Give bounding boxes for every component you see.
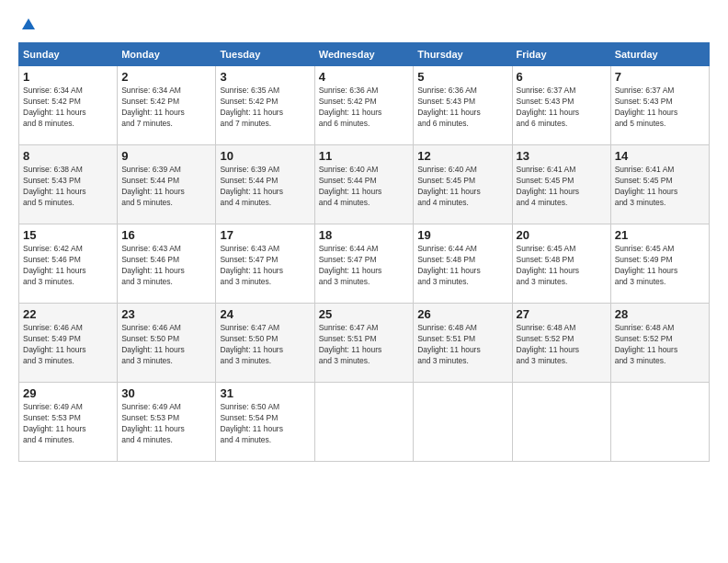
day-info: Sunrise: 6:44 AM Sunset: 5:47 PM Dayligh… (319, 244, 409, 288)
calendar-cell: 7Sunrise: 6:37 AM Sunset: 5:43 PM Daylig… (610, 66, 709, 145)
logo-icon (20, 17, 37, 33)
day-number: 5 (417, 70, 507, 84)
day-info: Sunrise: 6:43 AM Sunset: 5:47 PM Dayligh… (220, 244, 310, 288)
day-number: 10 (220, 149, 310, 163)
day-info: Sunrise: 6:42 AM Sunset: 5:46 PM Dayligh… (23, 244, 113, 288)
header (18, 17, 710, 33)
day-number: 2 (121, 70, 211, 84)
day-info: Sunrise: 6:46 AM Sunset: 5:50 PM Dayligh… (121, 323, 211, 367)
day-number: 8 (23, 149, 113, 163)
calendar-cell: 31Sunrise: 6:50 AM Sunset: 5:54 PM Dayli… (216, 383, 314, 462)
calendar-cell: 10Sunrise: 6:39 AM Sunset: 5:44 PM Dayli… (216, 145, 314, 224)
day-info: Sunrise: 6:39 AM Sunset: 5:44 PM Dayligh… (220, 165, 310, 209)
calendar-cell: 30Sunrise: 6:49 AM Sunset: 5:53 PM Dayli… (118, 383, 216, 462)
day-number: 18 (319, 228, 409, 242)
day-number: 29 (23, 386, 113, 400)
day-number: 31 (220, 386, 310, 400)
calendar-week-row: 15Sunrise: 6:42 AM Sunset: 5:46 PM Dayli… (19, 224, 710, 304)
calendar-cell: 21Sunrise: 6:45 AM Sunset: 5:49 PM Dayli… (610, 224, 709, 304)
day-info: Sunrise: 6:49 AM Sunset: 5:53 PM Dayligh… (121, 402, 211, 446)
day-number: 17 (220, 228, 310, 242)
calendar-week-row: 22Sunrise: 6:46 AM Sunset: 5:49 PM Dayli… (19, 304, 710, 383)
day-number: 25 (319, 307, 409, 321)
day-info: Sunrise: 6:43 AM Sunset: 5:46 PM Dayligh… (121, 244, 211, 288)
day-number: 16 (121, 228, 211, 242)
calendar-week-row: 8Sunrise: 6:38 AM Sunset: 5:43 PM Daylig… (19, 145, 710, 224)
calendar-cell: 28Sunrise: 6:48 AM Sunset: 5:52 PM Dayli… (610, 304, 709, 383)
day-info: Sunrise: 6:34 AM Sunset: 5:42 PM Dayligh… (121, 86, 211, 130)
day-info: Sunrise: 6:45 AM Sunset: 5:48 PM Dayligh… (517, 244, 607, 288)
calendar-cell: 26Sunrise: 6:48 AM Sunset: 5:51 PM Dayli… (414, 304, 512, 383)
day-info: Sunrise: 6:35 AM Sunset: 5:42 PM Dayligh… (220, 86, 310, 130)
calendar-cell: 3Sunrise: 6:35 AM Sunset: 5:42 PM Daylig… (216, 66, 314, 145)
day-info: Sunrise: 6:49 AM Sunset: 5:53 PM Dayligh… (23, 402, 113, 446)
calendar-cell: 16Sunrise: 6:43 AM Sunset: 5:46 PM Dayli… (118, 224, 216, 304)
day-info: Sunrise: 6:48 AM Sunset: 5:52 PM Dayligh… (517, 323, 607, 367)
calendar-cell: 15Sunrise: 6:42 AM Sunset: 5:46 PM Dayli… (19, 224, 118, 304)
calendar-cell: 11Sunrise: 6:40 AM Sunset: 5:44 PM Dayli… (314, 145, 413, 224)
day-info: Sunrise: 6:40 AM Sunset: 5:45 PM Dayligh… (417, 165, 507, 209)
day-info: Sunrise: 6:38 AM Sunset: 5:43 PM Dayligh… (23, 165, 113, 209)
day-number: 28 (615, 307, 705, 321)
day-number: 30 (121, 386, 211, 400)
day-number: 24 (220, 307, 310, 321)
calendar-cell: 19Sunrise: 6:44 AM Sunset: 5:48 PM Dayli… (414, 224, 512, 304)
day-number: 12 (417, 149, 507, 163)
day-number: 14 (615, 149, 705, 163)
day-info: Sunrise: 6:44 AM Sunset: 5:48 PM Dayligh… (417, 244, 507, 288)
calendar-cell: 1Sunrise: 6:34 AM Sunset: 5:42 PM Daylig… (19, 66, 118, 145)
calendar-cell: 25Sunrise: 6:47 AM Sunset: 5:51 PM Dayli… (314, 304, 413, 383)
calendar-cell: 27Sunrise: 6:48 AM Sunset: 5:52 PM Dayli… (512, 304, 610, 383)
calendar-header-wednesday: Wednesday (314, 43, 413, 66)
day-info: Sunrise: 6:40 AM Sunset: 5:44 PM Dayligh… (319, 165, 409, 209)
calendar-cell: 20Sunrise: 6:45 AM Sunset: 5:48 PM Dayli… (512, 224, 610, 304)
calendar-header-tuesday: Tuesday (216, 43, 314, 66)
calendar-cell: 24Sunrise: 6:47 AM Sunset: 5:50 PM Dayli… (216, 304, 314, 383)
calendar-cell: 13Sunrise: 6:41 AM Sunset: 5:45 PM Dayli… (512, 145, 610, 224)
day-number: 27 (517, 307, 607, 321)
day-info: Sunrise: 6:36 AM Sunset: 5:43 PM Dayligh… (417, 86, 507, 130)
page: SundayMondayTuesdayWednesdayThursdayFrid… (0, 0, 728, 563)
day-number: 4 (319, 70, 409, 84)
calendar-cell: 2Sunrise: 6:34 AM Sunset: 5:42 PM Daylig… (118, 66, 216, 145)
day-info: Sunrise: 6:41 AM Sunset: 5:45 PM Dayligh… (517, 165, 607, 209)
day-number: 23 (121, 307, 211, 321)
day-info: Sunrise: 6:46 AM Sunset: 5:49 PM Dayligh… (23, 323, 113, 367)
day-number: 3 (220, 70, 310, 84)
calendar-header-saturday: Saturday (610, 43, 709, 66)
calendar-cell: 14Sunrise: 6:41 AM Sunset: 5:45 PM Dayli… (610, 145, 709, 224)
day-info: Sunrise: 6:47 AM Sunset: 5:51 PM Dayligh… (319, 323, 409, 367)
calendar-cell: 29Sunrise: 6:49 AM Sunset: 5:53 PM Dayli… (19, 383, 118, 462)
calendar-cell: 23Sunrise: 6:46 AM Sunset: 5:50 PM Dayli… (118, 304, 216, 383)
day-number: 11 (319, 149, 409, 163)
calendar-cell: 5Sunrise: 6:36 AM Sunset: 5:43 PM Daylig… (414, 66, 512, 145)
day-number: 6 (517, 70, 607, 84)
calendar-cell: 6Sunrise: 6:37 AM Sunset: 5:43 PM Daylig… (512, 66, 610, 145)
day-info: Sunrise: 6:45 AM Sunset: 5:49 PM Dayligh… (615, 244, 705, 288)
day-info: Sunrise: 6:34 AM Sunset: 5:42 PM Dayligh… (23, 86, 113, 130)
calendar-week-row: 1Sunrise: 6:34 AM Sunset: 5:42 PM Daylig… (19, 66, 710, 145)
day-info: Sunrise: 6:47 AM Sunset: 5:50 PM Dayligh… (220, 323, 310, 367)
calendar-cell: 9Sunrise: 6:39 AM Sunset: 5:44 PM Daylig… (118, 145, 216, 224)
day-number: 13 (517, 149, 607, 163)
day-info: Sunrise: 6:36 AM Sunset: 5:42 PM Dayligh… (319, 86, 409, 130)
day-number: 9 (121, 149, 211, 163)
calendar-table: SundayMondayTuesdayWednesdayThursdayFrid… (18, 42, 710, 462)
svg-marker-0 (22, 18, 35, 29)
calendar-header-monday: Monday (118, 43, 216, 66)
calendar-cell (314, 383, 413, 462)
calendar-week-row: 29Sunrise: 6:49 AM Sunset: 5:53 PM Dayli… (19, 383, 710, 462)
day-number: 22 (23, 307, 113, 321)
day-number: 1 (23, 70, 113, 84)
day-number: 26 (417, 307, 507, 321)
calendar-header-row: SundayMondayTuesdayWednesdayThursdayFrid… (19, 43, 710, 66)
calendar-cell (610, 383, 709, 462)
day-info: Sunrise: 6:37 AM Sunset: 5:43 PM Dayligh… (517, 86, 607, 130)
day-number: 15 (23, 228, 113, 242)
calendar-cell (414, 383, 512, 462)
calendar-cell: 8Sunrise: 6:38 AM Sunset: 5:43 PM Daylig… (19, 145, 118, 224)
calendar-cell: 17Sunrise: 6:43 AM Sunset: 5:47 PM Dayli… (216, 224, 314, 304)
calendar-cell (512, 383, 610, 462)
day-number: 7 (615, 70, 705, 84)
calendar-cell: 22Sunrise: 6:46 AM Sunset: 5:49 PM Dayli… (19, 304, 118, 383)
